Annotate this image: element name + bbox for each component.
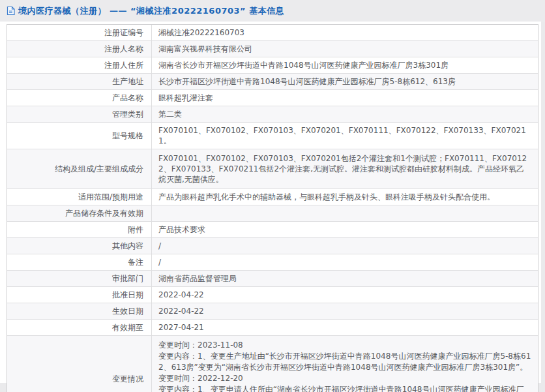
row-label: 附件 [7, 222, 152, 237]
row-label: 批准日期 [7, 287, 152, 303]
table-row-change-history: 变更情况 变更时间：2023-11-08 变更内容：1、变更生产地址由“长沙市开… [7, 336, 538, 392]
table-row-registrant-address: 注册人住所 湖南省长沙市开福区沙坪街道中青路1048号山河医药健康产业园标准厂房… [7, 57, 538, 74]
row-value: 湖南省药品监督管理局 [152, 271, 538, 286]
row-label: 适用范围/预期用途 [7, 189, 152, 205]
row-value: 第二类 [152, 106, 538, 122]
row-label: 注册人住所 [7, 57, 152, 73]
row-label: 注册证编号 [7, 25, 152, 40]
row-label: 生产地址 [7, 74, 152, 89]
table-row-other-content: 其他内容 / [7, 238, 538, 254]
row-value: 2027-04-21 [152, 320, 538, 335]
table-row-intended-use: 适用范围/预期用途 产品为眼科超声乳化手术中的辅助器械，与眼科超乳手柄及针头、眼… [7, 189, 538, 205]
row-value: 2022-04-22 [152, 287, 538, 303]
page-header: 境内医疗器械（注册） —— “湘械注准20222160703” 基本信息 [0, 0, 545, 22]
table-row-approval-department: 审批部门 湖南省药品监督管理局 [7, 271, 538, 287]
row-label: 审批部门 [7, 271, 152, 286]
row-label: 有效期至 [7, 320, 152, 335]
table-row-effective-date: 生效日期 2022-04-22 [7, 303, 538, 320]
table-row-cert-number: 注册证编号 湘械注准20222160703 [7, 25, 538, 41]
document-icon [7, 6, 15, 16]
row-label: 管理类别 [7, 106, 152, 122]
row-label: 产品名称 [7, 90, 152, 106]
row-value: 产品为眼科超声乳化手术中的辅助器械，与眼科超乳手柄及针头、眼科注吸手柄及针头配合… [152, 189, 538, 205]
row-label: 注册人名称 [7, 41, 152, 57]
row-value: 湘械注准20222160703 [152, 25, 538, 40]
row-value: 眼科超乳灌注套 [152, 90, 538, 106]
row-label: 型号规格 [7, 123, 152, 149]
row-label: 生效日期 [7, 303, 152, 319]
change-line: 变更内容：1、变更申请人住所由“湖南省长沙市开福区沙坪街道中青路1048号山河医… [158, 384, 531, 392]
row-label: 产品储存条件及有效期 [7, 205, 152, 221]
registration-detail-table: 注册证编号 湘械注准20222160703 注册人名称 湖南富兴视界科技有限公司… [7, 24, 538, 392]
row-value: 湖南富兴视界科技有限公司 [152, 41, 538, 57]
change-line: 变更时间：2023-11-08 [158, 340, 531, 351]
row-label: 变更情况 [7, 336, 152, 392]
table-row-remarks: 备注 / [7, 254, 538, 271]
row-value: FX070101、FX070102、FX070103、FX070201、FX07… [152, 123, 538, 149]
table-row-composition: 结构及组成/主要组成成分 FX070101、FX070102、FX070103、… [7, 149, 538, 189]
row-value: 产品技术要求 [152, 222, 538, 237]
row-value: 变更时间：2023-11-08 变更内容：1、变更生产地址由“长沙市开福区沙坪街… [152, 336, 538, 392]
change-line: 变更内容：1、变更生产地址由“长沙市开福区沙坪街道中青路1048号山河医药健康产… [158, 351, 531, 373]
row-value: / [152, 238, 538, 254]
row-value: 2022-04-22 [152, 303, 538, 319]
row-label: 其他内容 [7, 238, 152, 254]
table-row-production-address: 生产地址 长沙市开福区沙坪街道中青路1048号山河医药健康产业园标准厂房5-8栋… [7, 74, 538, 90]
table-row-expiry-date: 有效期至 2027-04-21 [7, 320, 538, 336]
table-row-registrant-name: 注册人名称 湖南富兴视界科技有限公司 [7, 41, 538, 57]
table-row-attachment: 附件 产品技术要求 [7, 222, 538, 238]
row-value: FX070101、FX070102、FX070103、FX070201包括2个灌… [152, 149, 538, 188]
table-row-model-spec: 型号规格 FX070101、FX070102、FX070103、FX070201… [7, 123, 538, 149]
row-value: 湖南省长沙市开福区沙坪街道中青路1048号山河医药健康产业园标准厂房3栋301房 [152, 57, 538, 73]
table-row-storage-conditions: 产品储存条件及有效期 [7, 205, 538, 222]
row-label: 备注 [7, 254, 152, 270]
change-line: 变更时间：2022-12-20 [158, 373, 531, 384]
page-title: 境内医疗器械（注册） —— “湘械注准20222160703” 基本信息 [18, 5, 284, 17]
table-row-approval-date: 批准日期 2022-04-22 [7, 287, 538, 303]
row-value [152, 211, 538, 216]
table-row-product-name: 产品名称 眼科超乳灌注套 [7, 90, 538, 106]
content-panel: 注册证编号 湘械注准20222160703 注册人名称 湖南富兴视界科技有限公司… [0, 22, 541, 383]
row-value: / [152, 254, 538, 270]
table-row-management-class: 管理类别 第二类 [7, 106, 538, 123]
row-label: 结构及组成/主要组成成分 [7, 149, 152, 188]
row-value: 长沙市开福区沙坪街道中青路1048号山河医药健康产业园标准厂房5-8栋612、6… [152, 74, 538, 89]
